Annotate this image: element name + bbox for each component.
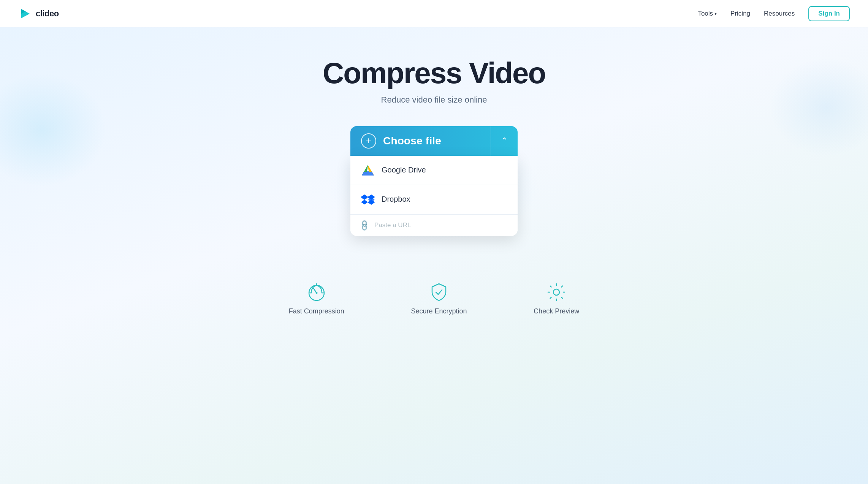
sign-in-button[interactable]: Sign In — [808, 6, 850, 21]
fast-compression-label: Fast Compression — [289, 307, 344, 315]
choose-file-main: + Choose file — [350, 133, 491, 149]
tools-chevron-icon: ▾ — [714, 11, 717, 16]
nav-tools[interactable]: Tools ▾ — [698, 10, 717, 17]
svg-point-19 — [315, 292, 317, 294]
nav-resources[interactable]: Resources — [764, 10, 795, 17]
nav-pricing[interactable]: Pricing — [730, 10, 750, 17]
dropbox-icon — [361, 193, 375, 206]
url-input[interactable] — [374, 221, 508, 229]
logo-icon — [18, 7, 32, 21]
blob-right — [769, 58, 868, 157]
link-icon: 🔗 — [358, 219, 371, 232]
dropbox-option[interactable]: Dropbox — [350, 185, 518, 214]
features-row: Fast Compression Secure Encryption Check… — [225, 259, 643, 327]
google-drive-option[interactable]: Google Drive — [350, 156, 518, 185]
check-preview-label: Check Preview — [534, 307, 579, 315]
header: clideo Tools ▾ Pricing Resources Sign In — [0, 0, 868, 27]
svg-marker-10 — [361, 195, 368, 199]
google-drive-label: Google Drive — [382, 166, 426, 174]
gear-icon — [546, 282, 567, 303]
dropbox-label: Dropbox — [382, 195, 410, 204]
secure-encryption-label: Secure Encryption — [411, 307, 467, 315]
logo[interactable]: clideo — [18, 7, 59, 21]
main-content: Compress Video Reduce video file size on… — [0, 27, 868, 484]
feature-check-preview: Check Preview — [534, 282, 579, 315]
feature-fast-compression: Fast Compression — [289, 282, 344, 315]
svg-point-20 — [553, 289, 559, 295]
svg-marker-14 — [368, 200, 375, 205]
chevron-toggle[interactable]: ⌃ — [491, 126, 518, 156]
choose-file-button[interactable]: + Choose file ⌃ — [350, 126, 518, 156]
blob-left — [0, 73, 106, 187]
feature-secure-encryption: Secure Encryption — [411, 282, 467, 315]
upload-widget: + Choose file ⌃ — [350, 126, 518, 236]
google-drive-icon — [361, 163, 375, 177]
svg-marker-11 — [368, 195, 375, 199]
page-subtitle: Reduce video file size online — [381, 95, 487, 105]
speedometer-icon — [306, 282, 327, 303]
chevron-up-icon: ⌃ — [501, 137, 508, 145]
logo-text: clideo — [36, 9, 59, 19]
svg-marker-12 — [361, 200, 368, 204]
shield-icon — [428, 282, 450, 303]
url-input-area: 🔗 — [350, 214, 518, 236]
page-title: Compress Video — [323, 58, 545, 89]
dropdown-panel: Google Drive — [350, 156, 518, 236]
nav: Tools ▾ Pricing Resources Sign In — [698, 6, 850, 21]
choose-file-label: Choose file — [383, 135, 441, 147]
plus-icon: + — [361, 133, 376, 149]
